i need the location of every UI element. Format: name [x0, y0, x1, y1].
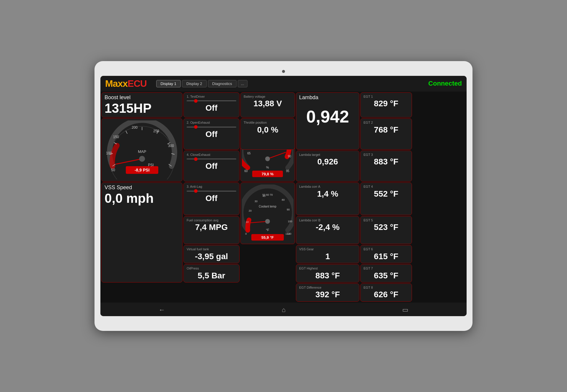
- svg-text:79,8 %: 79,8 %: [262, 172, 274, 176]
- nav-bar: ← ⌂ ▭: [100, 303, 467, 316]
- egt1-cell: EGT 1 829 °F: [360, 92, 412, 117]
- svg-line-33: [268, 152, 286, 159]
- coolant-cell: Coolant temp 0 10 20 30 40 50 60 70 80 9…: [240, 182, 295, 244]
- recent-button[interactable]: ▭: [402, 306, 408, 314]
- egt2-cell: EGT 2 768 °F: [360, 118, 412, 150]
- egt7-cell: EGT 7 635 °F: [360, 264, 412, 282]
- logo-ecu: ECU: [128, 78, 147, 89]
- switch-3-track[interactable]: [187, 159, 236, 159]
- switch-3-value: Off: [187, 161, 236, 171]
- switch-3-thumb[interactable]: [194, 157, 198, 161]
- svg-text:0: 0: [245, 232, 247, 235]
- oil-press-label: OilPress: [187, 266, 236, 270]
- switch-4-cell: 3. Anti-Lag Off: [183, 182, 239, 215]
- logo-maxx: Maxx: [105, 78, 128, 89]
- map-gauge-svg: 50 100 150 200 250 300 MAP PSI -: [104, 120, 180, 179]
- oil-press-cell: OilPress 5,5 Bar: [183, 264, 239, 282]
- throttle-label: Throttle position: [244, 120, 292, 125]
- egt6-label: EGT 6: [364, 247, 409, 251]
- switch-2-value: Off: [187, 129, 236, 139]
- virtual-fuel-label: Virtual fuel tank: [187, 247, 236, 251]
- svg-line-50: [250, 221, 268, 223]
- svg-text:30: 30: [255, 200, 258, 203]
- vss-gear-value: 1: [299, 251, 356, 262]
- home-button[interactable]: ⌂: [282, 306, 286, 314]
- svg-text:50: 50: [111, 168, 115, 172]
- switch-1-track[interactable]: [187, 100, 236, 101]
- lambda-corrb-cell: Lambda corr B -2,4 %: [296, 216, 359, 244]
- egt4-value: 552 °F: [364, 189, 409, 199]
- svg-text:200: 200: [131, 125, 137, 130]
- svg-text:95: 95: [286, 169, 289, 173]
- connection-status: Connected: [428, 80, 462, 87]
- switch-2-thumb[interactable]: [194, 125, 198, 129]
- tab-more[interactable]: ...: [238, 80, 247, 87]
- switch-4-track[interactable]: [187, 191, 236, 192]
- egt1-label: EGT 1: [364, 94, 409, 99]
- egt-diff-label: EGT Difference: [299, 285, 356, 290]
- egt4-label: EGT 4: [364, 184, 409, 189]
- svg-text:50 60 70: 50 60 70: [262, 193, 273, 196]
- fuel-cell: Fuel consumption avg 7,4 MPG: [183, 216, 239, 244]
- svg-point-10: [139, 156, 145, 162]
- egt3-label: EGT 3: [364, 153, 409, 157]
- map-gauge-cell: 50 100 150 200 250 300 MAP PSI -: [101, 118, 183, 182]
- svg-text:Coolant temp: Coolant temp: [259, 205, 276, 208]
- svg-text:120: 120: [287, 232, 291, 235]
- switch-3-title: 4. CloseExhaust: [187, 153, 236, 157]
- switch-2-cell: 2. OpenExhaust Off: [183, 118, 239, 150]
- egt-highest-cell: EGT Highest 883 °F: [296, 264, 359, 282]
- virtual-fuel-value: -3,95 gal: [187, 251, 236, 262]
- lambda-cell: Lambda 0,942: [296, 92, 359, 150]
- switch-4-thumb[interactable]: [194, 189, 198, 193]
- switch-1-title: 1. TestDriver: [187, 94, 236, 99]
- tab-display2[interactable]: Display 2: [182, 80, 206, 87]
- egt8-value: 626 °F: [364, 290, 409, 300]
- switch-4-value: Off: [187, 193, 236, 203]
- svg-point-51: [265, 219, 270, 224]
- switch-4-title: 3. Anti-Lag: [187, 184, 236, 189]
- egt2-value: 768 °F: [364, 125, 409, 135]
- virtual-fuel-cell: Virtual fuel tank -3,95 gal: [183, 245, 239, 263]
- egt8-cell: EGT 8 626 °F: [360, 283, 412, 302]
- lambda-target-cell: Lambda target 0,926: [296, 151, 359, 182]
- egt2-label: EGT 2: [364, 120, 409, 125]
- fuel-label: Fuel consumption avg: [187, 218, 236, 222]
- svg-text:-8,9 PSI: -8,9 PSI: [134, 168, 149, 172]
- egt7-label: EGT 7: [364, 266, 409, 270]
- vss-cell: VSS Speed 0,0 mph: [101, 182, 183, 282]
- egt6-value: 615 °F: [364, 251, 409, 262]
- lambda-corrb-value: -2,4 %: [299, 222, 356, 232]
- throttle-value: 0,0 %: [244, 125, 292, 135]
- egt-diff-value: 392 °F: [299, 290, 356, 300]
- lambda-corra-cell: Lambda corr A 1,4 %: [296, 182, 359, 215]
- switch-2-track[interactable]: [187, 127, 236, 128]
- lambda-corra-value: 1,4 %: [299, 189, 356, 199]
- egt4-cell: EGT 4 552 °F: [360, 182, 412, 215]
- tab-display1[interactable]: Display 1: [156, 80, 181, 87]
- svg-text:65: 65: [247, 152, 251, 155]
- header: MaxxECU Display 1 Display 2 Diagnostics …: [100, 76, 467, 92]
- egt3-value: 883 °F: [364, 157, 409, 167]
- back-button[interactable]: ←: [159, 306, 165, 314]
- svg-text:300: 300: [168, 144, 174, 148]
- egt-highest-label: EGT Highest: [299, 266, 356, 270]
- lambda-label: Lambda: [299, 94, 356, 101]
- battery-label: Battery voltage: [244, 94, 292, 99]
- svg-text:20: 20: [249, 209, 252, 212]
- svg-text:100: 100: [288, 220, 292, 223]
- egt-highest-value: 883 °F: [299, 271, 356, 281]
- vss-value: 0,0 mph: [105, 191, 179, 205]
- svg-text:°F: °F: [266, 228, 269, 232]
- svg-text:55,9 °F: 55,9 °F: [261, 235, 274, 240]
- egt5-label: EGT 5: [364, 218, 409, 222]
- egt-diff-cell: EGT Difference 392 °F: [296, 283, 359, 302]
- tab-diagnostics[interactable]: Diagnostics: [208, 80, 237, 87]
- lambda-corrb-label: Lambda corr B: [299, 218, 356, 222]
- svg-line-9: [116, 159, 142, 164]
- egt7-value: 635 °F: [364, 271, 409, 281]
- throttle-cell: Throttle position0,0 %: [240, 118, 295, 150]
- switch-1-thumb[interactable]: [194, 99, 198, 103]
- egt3-cell: EGT 3 883 °F: [360, 151, 412, 182]
- camera: [282, 70, 285, 73]
